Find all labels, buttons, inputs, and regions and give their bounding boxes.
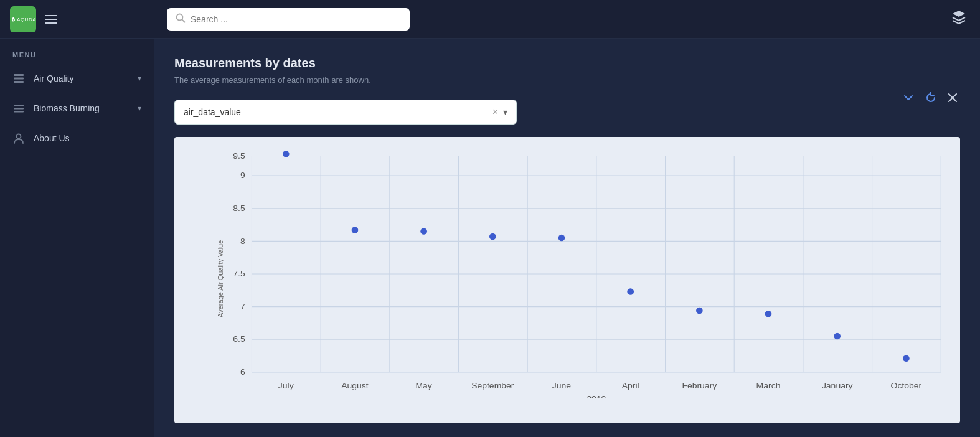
svg-text:7.5: 7.5 [233,268,245,278]
svg-text:April: April [622,380,639,390]
sidebar-item-air-quality[interactable]: Air Quality ▾ [0,63,154,93]
svg-text:9: 9 [240,170,245,180]
svg-text:8.5: 8.5 [233,203,245,213]
dot-january [834,333,841,340]
dot-march [765,311,772,317]
svg-rect-0 [14,74,24,76]
chart-svg: .grid-line { stroke: #c8d4e5; stroke-wid… [212,149,948,398]
about-us-label: About Us [34,133,141,143]
app-name: AQUDA [17,17,36,22]
page-title: Measurements by dates [174,56,960,70]
dot-september [489,233,496,240]
refresh-button[interactable] [923,91,939,108]
svg-text:July: July [278,380,294,390]
content-area: Measurements by dates The average measur… [154,39,980,437]
dot-july [283,151,290,157]
search-icon [176,13,186,26]
svg-rect-5 [14,111,24,113]
dropdown-arrow-icon: ▾ [503,107,507,117]
sidebar-item-biomass-burning[interactable]: Biomass Burning ▾ [0,93,154,123]
app-logo: AQUDA [10,6,36,32]
svg-rect-4 [14,108,24,110]
chart-wrapper: Average Air Quality Value .grid-line { s… [174,137,960,423]
svg-text:June: June [552,380,572,390]
dropdown-value: air_data_value [184,107,492,117]
svg-rect-3 [14,105,24,106]
svg-text:October: October [891,380,922,390]
main-content: Measurements by dates The average measur… [154,0,980,437]
dropdown-clear-icon[interactable]: × [492,106,498,118]
svg-text:9.5: 9.5 [233,151,245,161]
layers-icon [12,72,25,85]
metric-dropdown[interactable]: air_data_value × ▾ [174,100,517,125]
dot-february [696,308,703,314]
svg-text:May: May [415,380,431,390]
page-subtitle: The average measurements of each month a… [174,75,960,85]
sidebar: AQUDA MENU Air Quality ▾ Biomass Burning… [0,0,154,437]
svg-text:February: February [682,380,717,390]
biomass-burning-label: Biomass Burning [34,103,129,113]
topbar-right [950,9,968,30]
svg-text:August: August [341,380,369,390]
svg-text:6: 6 [240,367,245,377]
topbar [154,0,980,39]
svg-rect-1 [14,78,24,80]
search-input[interactable] [191,14,401,24]
hamburger-menu[interactable] [45,15,57,24]
dropdown-row: air_data_value × ▾ [174,100,960,125]
card-toolbar [900,91,960,108]
air-quality-label: Air Quality [34,73,129,83]
dot-april [627,288,634,295]
dot-august [352,227,359,233]
svg-text:2019: 2019 [587,393,606,398]
menu-label: MENU [0,39,154,63]
svg-text:6.5: 6.5 [233,334,245,344]
svg-text:8: 8 [240,236,245,246]
expand-button[interactable] [900,91,916,108]
person-icon [12,132,25,144]
svg-text:7: 7 [240,301,245,311]
svg-text:March: March [756,380,781,390]
sidebar-header: AQUDA [0,0,154,39]
stack-icon[interactable] [950,9,968,30]
svg-text:January: January [822,380,853,390]
svg-text:September: September [471,380,514,390]
dot-june [558,235,565,242]
dot-october [903,355,910,362]
svg-point-6 [17,134,21,139]
chart-area: .grid-line { stroke: #c8d4e5; stroke-wid… [212,149,948,398]
close-button[interactable] [945,91,960,108]
dot-may [420,228,427,235]
search-box[interactable] [167,8,410,31]
air-quality-arrow: ▾ [138,74,141,83]
list-icon [12,102,25,115]
biomass-burning-arrow: ▾ [138,104,141,113]
svg-rect-2 [14,81,24,83]
sidebar-item-about-us[interactable]: About Us [0,123,154,153]
svg-line-8 [182,19,185,22]
